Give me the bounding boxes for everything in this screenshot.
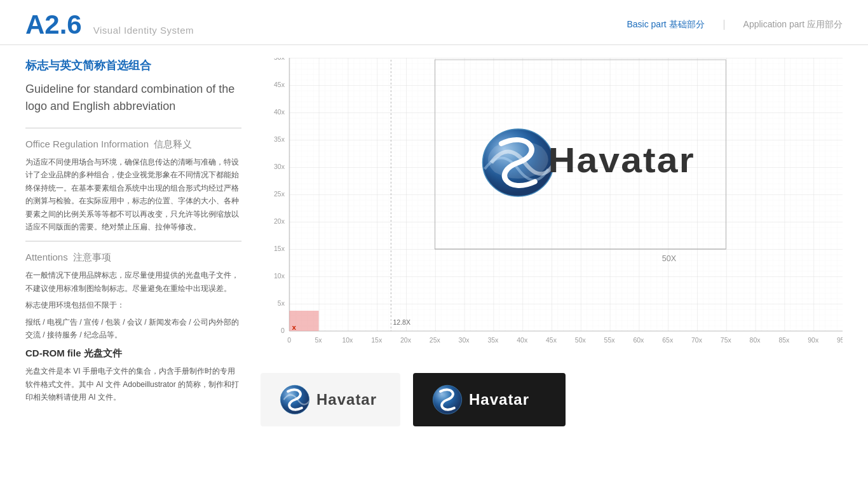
header-left: A2.6 Visual Identity System [25,11,194,38]
divider-1 [25,128,241,128]
info-title: Office Regulation Information 信息释义 [25,139,241,151]
havatar-text-dark: Havatar [469,391,529,409]
svg-text:5x: 5x [315,337,323,344]
svg-text:40x: 40x [517,337,528,344]
havatar-text-light: Havatar [316,391,377,409]
page-title: A2.6 [25,11,82,38]
svg-text:95x: 95x [837,337,843,344]
main-content: 标志与英文简称首选组合 Guideline for standard combi… [0,45,868,445]
svg-text:65x: 65x [662,337,674,344]
attention-title: Attentions 注意事项 [25,252,241,264]
svg-text:70x: 70x [691,337,703,344]
svg-text:12.8X: 12.8X [393,319,410,326]
svg-text:75x: 75x [721,337,732,344]
svg-text:50X: 50X [662,254,676,263]
svg-text:25x: 25x [274,191,285,198]
svg-text:35x: 35x [274,136,285,143]
svg-text:50x: 50x [274,58,285,61]
chart-area: 0 5x 10x 15x 20x 25x 30x 35x 40x 45x 50x… [261,58,843,356]
svg-text:90x: 90x [808,337,819,344]
chart-svg: 0 5x 10x 15x 20x 25x 30x 35x 40x 45x 50x… [261,58,843,356]
logo-black-bg: Havatar [413,373,566,426]
divider-2 [25,241,241,241]
svg-text:85x: 85x [778,337,790,344]
svg-text:5x: 5x [278,300,285,307]
svg-rect-1 [289,58,843,331]
svg-text:0: 0 [287,337,291,344]
cdrom-title: CD-ROM file 光盘文件 [25,348,241,360]
right-panel: 0 5x 10x 15x 20x 25x 30x 35x 40x 45x 50x… [261,58,843,433]
svg-text:60x: 60x [633,337,644,344]
info-title-en: Office Regulation Information [25,139,149,149]
section-desc-en: Guideline for standard combination of th… [25,81,241,115]
svg-text:55x: 55x [604,337,616,344]
left-panel: 标志与英文简称首选组合 Guideline for standard combi… [25,58,241,433]
svg-text:20x: 20x [400,337,412,344]
svg-text:10x: 10x [274,273,285,280]
svg-text:40x: 40x [274,109,285,116]
page-subtitle: Visual Identity System [93,25,194,36]
attention-title-zh: 注意事项 [73,252,111,262]
svg-text:10x: 10x [342,337,353,344]
attention-body1: 在一般情况下使用品牌标志，应尽量使用提供的光盘电子文件，不建议使用标准制图绘制标… [25,269,241,295]
svg-text:80x: 80x [750,337,761,344]
attention-body2: 标志使用环境包括但不限于： [25,299,241,311]
logo-display-row: Havatar [261,367,843,433]
section-title-zh: 标志与英文简称首选组合 [25,58,241,73]
svg-text:30x: 30x [459,337,470,344]
header-nav: Basic part 基础部分 Application part 应用部分 [627,19,843,30]
info-title-zh: 信息释义 [154,139,192,149]
nav-application-part[interactable]: Application part 应用部分 [743,19,843,30]
attention-title-en: Attentions [25,252,68,262]
attention-body3: 报纸 / 电视广告 / 宣传 / 包装 / 会议 / 新闻发布会 / 公司内外部… [25,316,241,342]
svg-text:45x: 45x [274,81,285,88]
logo-white-bg: Havatar [261,373,400,426]
svg-text:50x: 50x [575,337,587,344]
svg-text:Havatar: Havatar [548,140,695,179]
svg-text:x: x [292,323,296,331]
svg-text:30x: 30x [274,163,285,170]
svg-text:15x: 15x [274,245,285,252]
svg-text:25x: 25x [430,337,441,344]
page-header: A2.6 Visual Identity System Basic part 基… [0,0,868,45]
cdrom-body: 光盘文件是本 VI 手册电子文件的集合，内含手册制作时的专用软件格式文件。其中 … [25,365,241,403]
svg-text:45x: 45x [546,337,557,344]
svg-text:0: 0 [281,327,285,334]
info-body: 为适应不同使用场合与环境，确保信息传达的清晰与准确，特设计了企业品牌的多种组合，… [25,156,241,233]
havatar-ball-icon-dark [432,384,463,415]
svg-text:35x: 35x [487,337,499,344]
svg-text:20x: 20x [274,218,285,225]
svg-text:15x: 15x [371,337,383,344]
nav-basic-part[interactable]: Basic part 基础部分 [627,19,704,30]
nav-divider [724,20,724,30]
havatar-ball-icon-light [280,384,310,415]
